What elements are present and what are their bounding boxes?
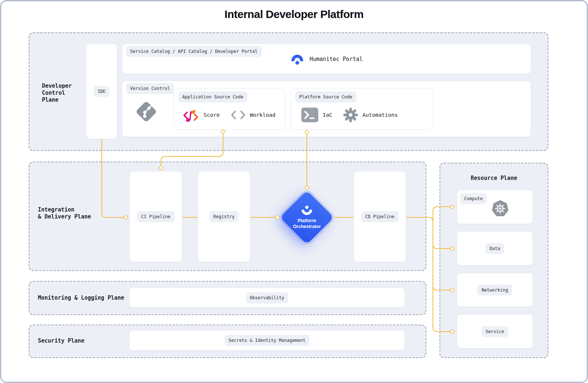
networking-chip: Networking [477, 285, 512, 296]
version-control-chip: Version Control [126, 83, 174, 94]
registry-node: Registry [198, 171, 250, 262]
ci-pipeline-chip: CI Pipeline [137, 211, 174, 222]
service-chip: Service [481, 326, 508, 337]
secrets-identity-chip: Secrets & Identity Management [225, 335, 310, 346]
score-label: Score [204, 112, 220, 118]
idp-architecture-diagram: Internal Developer Platform Resource Pla… [0, 0, 588, 383]
ide-node: IDE [86, 44, 117, 139]
ide-label: IDE [94, 86, 110, 97]
monitoring-logging-plane-label: Monitoring & Logging Plane [38, 295, 124, 301]
secrets-identity-node: Secrets & Identity Management [129, 330, 405, 351]
page-title: Internal Developer Platform [0, 8, 588, 21]
platform-source-code-chip: Platform Source Code [295, 91, 356, 102]
developer-portal-node: Service Catalog / API Catalog / Develope… [122, 44, 531, 74]
workload-label: Workload [250, 112, 276, 118]
networking-node: Networking [457, 273, 533, 307]
integration-delivery-plane-label: Integration & Delivery Plane [38, 206, 91, 220]
compute-node: Compute [457, 190, 533, 224]
data-node: Data [457, 231, 533, 265]
resource-plane-title: Resource Plane [440, 175, 548, 181]
code-brackets-icon [231, 110, 245, 120]
platform-orchestrator-node: Platform Orchestrator [280, 190, 334, 244]
application-source-code-node: Application Source Code Score Workload [174, 88, 285, 130]
observability-chip: Observability [246, 292, 288, 303]
security-plane-label: Security Plane [38, 337, 84, 344]
platform-source-code-node: Platform Source Code IaC [291, 88, 434, 130]
humanitec-portal-label: Humanitec Portal [309, 56, 363, 62]
terminal-icon [301, 108, 318, 122]
compute-chip: Compute [460, 193, 487, 204]
humanitec-portal-brand: Humanitec Portal [122, 44, 531, 74]
platform-source-row: IaC Automations [301, 107, 398, 123]
registry-chip: Registry [209, 211, 239, 222]
data-chip: Data [485, 243, 504, 254]
humanitec-logo-icon [290, 52, 304, 66]
git-icon [136, 101, 157, 122]
automations-label: Automations [362, 112, 398, 118]
score-note-icon [182, 107, 199, 123]
humanitec-logo-white-icon [301, 205, 313, 215]
iac-label: IaC [323, 112, 332, 118]
cd-pipeline-chip: CD Pipeline [361, 211, 398, 222]
developer-control-plane-label: Developer Control Plane [42, 83, 72, 104]
service-node: Service [457, 314, 533, 348]
application-source-row: Score Workload [182, 106, 276, 123]
observability-node: Observability [129, 288, 405, 308]
version-control-node: Version Control Application Source Code [122, 81, 531, 137]
platform-orchestrator-label: Platform Orchestrator [293, 218, 321, 230]
application-source-code-chip: Application Source Code [178, 91, 247, 102]
ci-pipeline-node: CI Pipeline [129, 171, 182, 262]
gear-icon [343, 108, 358, 122]
kubernetes-icon [491, 199, 509, 218]
cd-pipeline-node: CD Pipeline [354, 171, 406, 262]
